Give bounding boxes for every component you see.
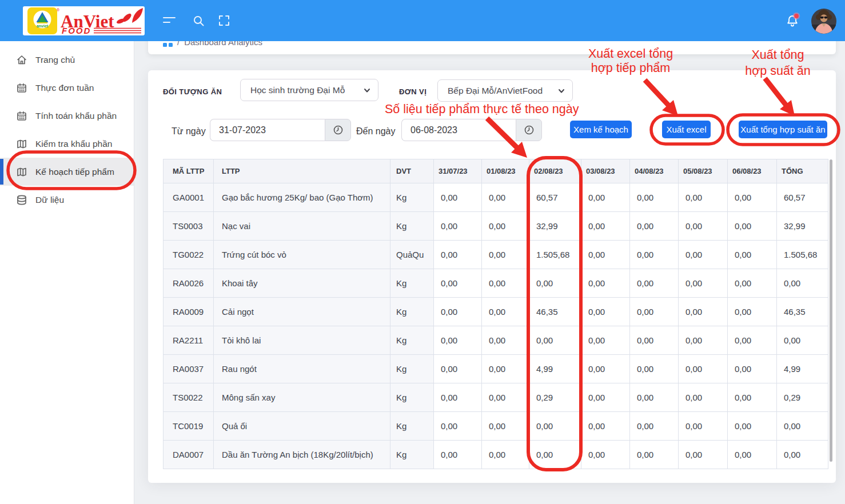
chevron-down-icon: [557, 87, 565, 95]
table-cell: 0,00: [482, 183, 529, 212]
table-cell: 0,00: [434, 298, 482, 326]
table-cell: 0,00: [434, 441, 482, 469]
table-row: RA0026Khoai tâyKg0,000,000,000,000,000,0…: [164, 269, 828, 298]
subject-select[interactable]: Học sinh trường Đại Mỗ: [240, 79, 378, 101]
table-cell: 1.505,68: [529, 241, 581, 269]
table-cell: 0,00: [630, 212, 679, 241]
table-cell: Kg: [390, 212, 434, 241]
to-date-input[interactable]: 06-08-2023: [401, 119, 516, 141]
menu-toggle-icon[interactable]: [159, 0, 180, 41]
table-row: GA0001Gạo bắc hương 25Kg/ bao (Gạo Thơm)…: [164, 183, 828, 212]
search-icon[interactable]: [188, 0, 209, 41]
unit-select[interactable]: Bếp Đại Mỗ/AnVietFood: [437, 79, 573, 102]
table-cell: Kg: [390, 412, 434, 441]
table-cell: 0,00: [679, 269, 728, 298]
table-cell: GA0001: [164, 183, 214, 212]
export-excel-button[interactable]: Xuất excel: [662, 121, 711, 138]
brand-logo[interactable]: anviet ® AnViet FOOD: [23, 6, 145, 35]
column-header-6: 03/08/23: [581, 159, 630, 183]
table-cell: 32,99: [777, 212, 828, 241]
table-cell: Cải ngọt: [214, 298, 390, 326]
table-cell: 0,00: [679, 355, 728, 383]
column-header-3: 31/07/23: [434, 159, 482, 183]
map-icon: [16, 166, 27, 178]
table-cell: Kg: [390, 269, 434, 298]
table-cell: 0,00: [777, 441, 828, 469]
table-cell: 0,00: [482, 383, 529, 412]
sidebar: Trang chủ Thực đơn tuần Tính toán khẩu p…: [0, 41, 134, 504]
table-cell: 0,00: [728, 326, 777, 355]
from-date-label: Từ ngày: [172, 126, 206, 137]
table-cell: 0,00: [581, 383, 630, 412]
table-cell: 60,57: [777, 183, 828, 212]
table-cell: Kg: [390, 298, 434, 326]
table-cell: QuảQu: [390, 241, 434, 269]
sidebar-item-kiem-tra-khau-phan[interactable]: Kiểm tra khẩu phần: [0, 130, 134, 158]
sidebar-item-label: Tính toán khẩu phần: [35, 111, 117, 121]
table-cell: 0,00: [581, 412, 630, 441]
table-cell: 0,00: [434, 326, 482, 355]
table-cell: 0,00: [434, 383, 482, 412]
table-scrollbar[interactable]: [830, 159, 832, 462]
table-cell: 0,00: [581, 298, 630, 326]
from-date-clock-button[interactable]: [325, 119, 351, 141]
table-row: DA0007Dầu ăn Tường An bịch (18Kg/20lít/b…: [164, 441, 828, 469]
table-cell: 0,00: [529, 326, 581, 355]
notification-bell[interactable]: [782, 0, 803, 41]
table-cell: 0,00: [434, 212, 482, 241]
table-cell: 0,00: [728, 183, 777, 212]
table-cell: 0,00: [630, 441, 679, 469]
table-cell: 0,00: [482, 326, 529, 355]
table-cell: 0,00: [728, 412, 777, 441]
table-cell: 0,29: [777, 383, 828, 412]
map-icon: [16, 138, 27, 150]
table-cell: RA0009: [164, 298, 214, 326]
table-cell: 0,00: [434, 241, 482, 269]
table-row: TG0022Trứng cút bóc vỏQuảQu0,000,001.505…: [164, 241, 828, 269]
sidebar-item-tinh-toan-khau-phan[interactable]: Tính toán khẩu phần: [0, 102, 134, 130]
avatar[interactable]: [811, 9, 836, 34]
table-cell: 0,00: [630, 183, 679, 212]
sidebar-item-thuc-don-tuan[interactable]: Thực đơn tuần: [0, 74, 134, 102]
to-date-clock-button[interactable]: [516, 119, 542, 141]
table-cell: 0,00: [581, 241, 630, 269]
table-cell: Kg: [390, 383, 434, 412]
table-cell: 0,00: [529, 269, 581, 298]
table-cell: 0,00: [728, 298, 777, 326]
svg-text:®: ®: [57, 8, 60, 12]
table-cell: 0,00: [482, 269, 529, 298]
table-row: TS0003Nạc vaiKg0,000,0032,990,000,000,00…: [164, 212, 828, 241]
sidebar-item-ke-hoach-tiep-pham[interactable]: Kế hoạch tiếp phẩm: [0, 158, 134, 186]
table-cell: TS0022: [164, 383, 214, 412]
table-cell: 32,99: [529, 212, 581, 241]
table-cell: 1.505,68: [777, 241, 828, 269]
table-cell: 0,29: [529, 383, 581, 412]
subject-select-value: Học sinh trường Đại Mỗ: [250, 85, 345, 95]
table-cell: 0,00: [630, 269, 679, 298]
table-cell: 0,00: [581, 269, 630, 298]
chevron-down-icon: [363, 86, 371, 94]
from-date-input[interactable]: 31-07-2023: [210, 119, 325, 141]
view-plan-button[interactable]: Xem kế hoạch: [570, 121, 632, 138]
table-cell: 4,99: [529, 355, 581, 383]
export-total-button[interactable]: Xuất tổng hợp suất ăn: [739, 121, 827, 138]
table-cell: RA0026: [164, 269, 214, 298]
fullscreen-icon[interactable]: [214, 0, 234, 41]
table-row: TC0019Quả ổiKg0,000,000,000,000,000,000,…: [164, 412, 828, 441]
table-cell: 0,00: [434, 269, 482, 298]
table-cell: DA0007: [164, 441, 214, 469]
table-cell: 0,00: [728, 241, 777, 269]
sidebar-item-label: Trang chủ: [35, 55, 75, 65]
table-cell: 0,00: [728, 441, 777, 469]
sidebar-item-trang-chu[interactable]: Trang chủ: [0, 46, 134, 74]
table-cell: 0,00: [630, 383, 679, 412]
column-header-8: 05/08/23: [679, 159, 728, 183]
table-cell: 46,35: [777, 298, 828, 326]
table-cell: 0,00: [630, 241, 679, 269]
table-cell: 0,00: [630, 412, 679, 441]
table-cell: 0,00: [679, 241, 728, 269]
column-header-4: 01/08/23: [482, 159, 529, 183]
sidebar-item-du-lieu[interactable]: Dữ liệu: [0, 186, 134, 214]
table-cell: RA2211: [164, 326, 214, 355]
table-cell: 4,99: [777, 355, 828, 383]
